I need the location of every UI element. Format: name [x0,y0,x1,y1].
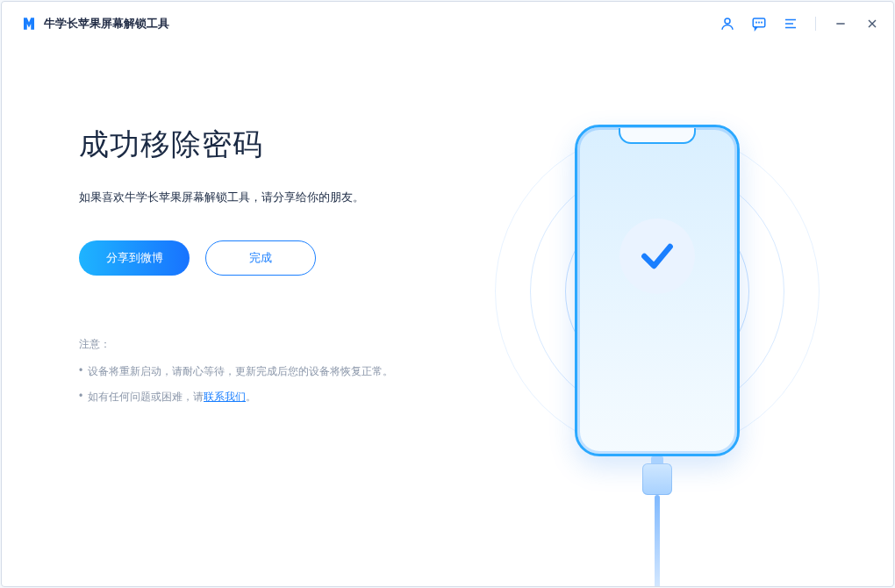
brand: 牛学长苹果屏幕解锁工具 [21,16,169,32]
page-heading: 成功移除密码 [79,125,491,165]
share-weibo-button[interactable]: 分享到微博 [79,240,190,276]
minimize-button[interactable] [832,15,849,32]
phone-cable [640,456,675,587]
menu-icon[interactable] [782,15,799,32]
phone-illustration [490,125,824,587]
success-check-icon [619,219,695,294]
content-area: 成功移除密码 如果喜欢牛学长苹果屏幕解锁工具，请分享给你的朋友。 分享到微博 完… [2,46,893,586]
cable-wire [655,495,660,587]
svg-point-2 [756,22,757,23]
separator [815,17,816,31]
done-button[interactable]: 完成 [205,240,316,276]
cable-tip [651,456,663,463]
contact-us-link[interactable]: 联系我们 [204,391,246,403]
page-subtitle: 如果喜欢牛学长苹果屏幕解锁工具，请分享给你的朋友。 [79,190,491,205]
phone-body [575,125,740,456]
app-title: 牛学长苹果屏幕解锁工具 [44,16,169,32]
note-list: 设备将重新启动，请耐心等待，更新完成后您的设备将恢复正常。 如有任何问题或困难，… [79,364,491,405]
user-icon[interactable] [719,15,736,32]
note-title: 注意： [79,337,491,352]
title-actions [719,2,881,46]
close-button[interactable] [863,15,881,32]
svg-point-0 [725,18,730,24]
feedback-icon[interactable] [750,15,768,32]
right-column [491,125,823,586]
button-row: 分享到微博 完成 [79,240,491,276]
left-column: 成功移除密码 如果喜欢牛学长苹果屏幕解锁工具，请分享给你的朋友。 分享到微博 完… [79,125,491,586]
app-window: 牛学长苹果屏幕解锁工具 成功移除密码 如果喜欢牛学长苹果屏幕解锁工具，请分享给 [1,1,894,587]
svg-point-4 [762,22,763,23]
note-item-2: 如有任何问题或困难，请联系我们。 [79,390,491,405]
cable-plug [642,463,672,495]
note-item-1: 设备将重新启动，请耐心等待，更新完成后您的设备将恢复正常。 [79,364,491,379]
phone-notch [619,128,696,144]
note-item-2-prefix: 如有任何问题或困难，请 [88,391,204,403]
note-item-2-suffix: 。 [246,391,256,403]
brand-logo-icon [21,16,37,32]
titlebar: 牛学长苹果屏幕解锁工具 [2,2,893,46]
svg-point-3 [759,22,760,23]
